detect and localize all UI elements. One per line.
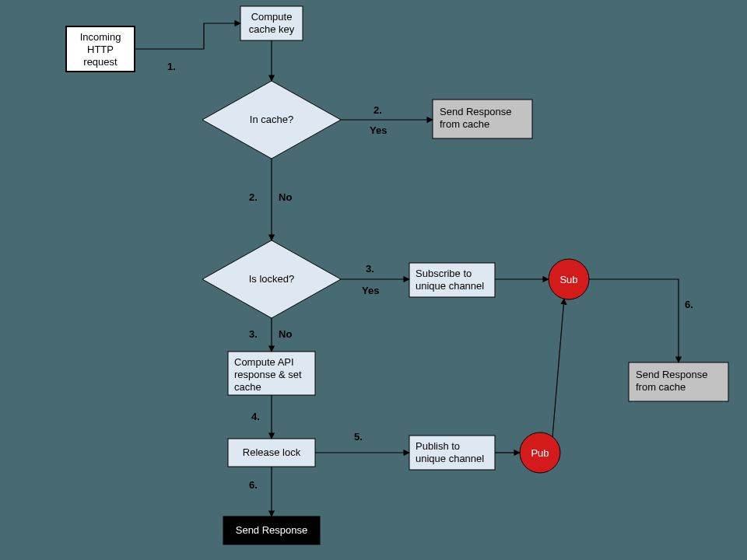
label-1: 1. <box>167 61 176 72</box>
start-l1: Incoming <box>80 31 121 43</box>
label-2a: 2. <box>374 104 382 116</box>
label-6b: 6. <box>685 299 693 310</box>
ans-3a: Yes <box>362 285 379 296</box>
ans-2b: No <box>279 191 292 203</box>
svg-text:cache: cache <box>234 381 261 393</box>
node-incoming-http-request: Incoming HTTP request <box>66 26 135 72</box>
label-3a: 3. <box>366 263 374 275</box>
edge-pub-to-sub <box>552 299 564 437</box>
api-l1: Compute API <box>234 356 294 368</box>
svg-text:HTTP: HTTP <box>87 44 114 55</box>
sub-l1: Subscribe to <box>416 268 472 279</box>
label-5: 5. <box>354 431 363 443</box>
edge-sub-to-resp2 <box>589 279 679 362</box>
in-cache-label: In cache? <box>250 114 293 125</box>
node-send-response-from-cache-2: Send Response from cache <box>629 362 728 401</box>
svg-text:from cache: from cache <box>440 118 489 130</box>
svg-text:response & set: response & set <box>234 369 302 380</box>
start-l3: request <box>83 56 117 68</box>
node-send-response: Send Response <box>223 516 320 544</box>
svg-text:unique channel: unique channel <box>416 453 484 464</box>
node-publish: Publish to unique channel <box>409 436 495 470</box>
ans-3b: No <box>279 328 292 340</box>
svg-text:from cache: from cache <box>636 381 686 393</box>
node-compute-cache-key: Compute cache key <box>240 6 303 40</box>
src2-l1: Send Response <box>636 369 708 380</box>
ck-l1: Compute <box>251 11 293 23</box>
svg-text:cache key: cache key <box>249 23 295 35</box>
svg-text:request: request <box>83 56 117 68</box>
sub-label: Sub <box>559 274 577 285</box>
node-send-response-from-cache-1: Send Response from cache <box>433 100 532 138</box>
node-subscribe: Subscribe to unique channel <box>409 263 495 297</box>
label-4: 4. <box>251 411 260 422</box>
svg-text:unique channel: unique channel <box>416 280 484 292</box>
start-l2: HTTP <box>87 44 114 55</box>
svg-text:Send Response: Send Response <box>636 369 708 380</box>
node-release-lock: Release lock <box>228 439 315 467</box>
ck-l2: cache key <box>249 23 295 35</box>
pub-l1: Publish to <box>416 440 460 452</box>
pub-l2: unique channel <box>416 453 484 464</box>
node-sub-circle: Sub <box>549 259 589 299</box>
api-l2: response & set <box>234 369 302 380</box>
edge-start-to-compute <box>135 23 240 49</box>
src2-l2: from cache <box>636 381 686 393</box>
label-2b: 2. <box>249 191 258 203</box>
svg-text:Incoming: Incoming <box>80 31 121 43</box>
node-in-cache: In cache? <box>202 81 341 159</box>
svg-text:Compute: Compute <box>251 11 293 23</box>
label-3b: 3. <box>249 328 258 340</box>
release-label: Release lock <box>243 446 301 458</box>
send-resp-label: Send Response <box>236 524 308 536</box>
ans-2a: Yes <box>370 124 387 136</box>
svg-text:Subscribe to: Subscribe to <box>416 268 472 279</box>
node-is-locked: Is locked? <box>202 240 341 318</box>
api-l3: cache <box>234 381 261 393</box>
src1-l2: from cache <box>440 118 489 130</box>
svg-text:Compute API: Compute API <box>234 356 294 368</box>
node-compute-api: Compute API response & set cache <box>228 352 315 395</box>
label-6a: 6. <box>249 479 258 491</box>
pub-label: Pub <box>531 447 549 459</box>
svg-text:Send Response: Send Response <box>440 106 512 117</box>
is-locked-label: Is locked? <box>249 273 295 285</box>
svg-text:Publish to: Publish to <box>416 440 460 452</box>
sub-l2: unique channel <box>416 280 484 292</box>
node-pub-circle: Pub <box>520 432 560 473</box>
src1-l1: Send Response <box>440 106 512 117</box>
